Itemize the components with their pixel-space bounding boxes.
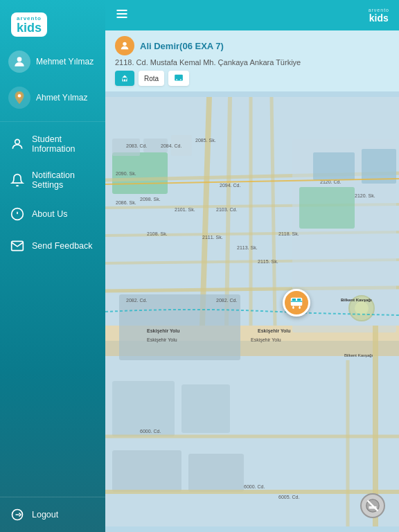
svg-rect-81 — [297, 299, 301, 301]
sidebar-logo-area: arvento kids — [0, 0, 105, 45]
svg-rect-80 — [292, 299, 296, 301]
bus-button[interactable] — [168, 71, 189, 86]
svg-point-14 — [180, 79, 181, 80]
nav-label-notification-settings: Notification Settings — [32, 170, 96, 190]
nav-item-student-information[interactable]: Student Information — [0, 126, 105, 162]
svg-text:6000. Cd.: 6000. Cd. — [244, 484, 265, 489]
svg-point-0 — [17, 57, 22, 62]
logo-box: arvento kids — [11, 12, 47, 37]
topbar-kids-text: kids — [369, 12, 389, 24]
svg-text:2084. Cd.: 2084. Cd. — [161, 143, 181, 148]
svg-text:2120. Sk.: 2120. Sk. — [355, 193, 375, 198]
svg-text:2082. Cd.: 2082. Cd. — [126, 298, 147, 303]
topbar-logo: arvento kids — [369, 8, 389, 24]
svg-rect-35 — [112, 450, 181, 492]
logo-kids-text: kids — [17, 21, 42, 34]
main-content: arvento kids Ali Demir(06 EXA 7) 2118. C… — [105, 0, 399, 532]
logout-icon — [10, 507, 25, 522]
student-user-row[interactable]: Ahmet Yılmaz — [0, 81, 105, 114]
svg-text:Eskişehir Yolu: Eskişehir Yolu — [251, 337, 281, 343]
topbar: arvento kids — [105, 0, 399, 30]
menu-icon[interactable] — [115, 7, 129, 24]
svg-rect-31 — [119, 294, 240, 360]
svg-text:6005. Cd.: 6005. Cd. — [278, 495, 299, 499]
student-name-row: Ali Demir(06 EXA 7) — [115, 36, 389, 55]
location-pin-icon — [12, 90, 27, 105]
route-button-label: Rota — [144, 75, 159, 82]
svg-text:2101. Sk.: 2101. Sk. — [175, 207, 195, 212]
nav-label-send-feedback: Send Feedback — [32, 241, 93, 251]
svg-text:2111. Sk.: 2111. Sk. — [202, 235, 223, 240]
svg-rect-36 — [188, 454, 244, 492]
svg-text:2085. Sk.: 2085. Sk. — [195, 138, 216, 143]
svg-rect-12 — [175, 75, 183, 81]
notification-settings-icon — [10, 172, 25, 188]
parent-avatar-icon — [12, 55, 26, 69]
svg-rect-32 — [112, 381, 175, 436]
parent-name: Mehmet Yılmaz — [36, 57, 94, 66]
nav-item-about-us[interactable]: About Us — [0, 198, 105, 230]
parent-avatar — [8, 51, 30, 73]
svg-rect-33 — [181, 384, 230, 433]
bus-icon — [174, 73, 184, 83]
svg-text:2082. Cd.: 2082. Cd. — [216, 298, 237, 303]
svg-text:6000. Cd.: 6000. Cd. — [140, 429, 161, 434]
svg-point-3 — [15, 139, 20, 144]
svg-text:2108. Sk.: 2108. Sk. — [147, 231, 168, 236]
student-name-sidebar: Ahmet Yılmaz — [36, 93, 87, 103]
home-button[interactable] — [115, 71, 134, 86]
nav-label-student-information: Student Information — [32, 134, 96, 154]
svg-text:2090. Sk.: 2090. Sk. — [116, 171, 136, 176]
student-full-name: Ali Demir(06 EXA 7) — [140, 41, 224, 51]
svg-text:2094. Cd.: 2094. Cd. — [220, 183, 240, 188]
student-pin-avatar — [8, 87, 30, 109]
map-container[interactable]: 2083. Cd. 2084. Cd. 2085. Sk. 2094. Cd. … — [105, 91, 399, 532]
topbar-arvento-text: arvento — [369, 8, 389, 12]
svg-text:Eskişehir Yolu: Eskişehir Yolu — [147, 337, 177, 343]
svg-text:2113. Sk.: 2113. Sk. — [237, 245, 258, 250]
home-icon — [121, 74, 129, 82]
no-smoking-marker — [360, 493, 385, 518]
svg-point-2 — [18, 94, 21, 98]
nav-item-notification-settings[interactable]: Notification Settings — [0, 162, 105, 198]
svg-rect-38 — [313, 152, 355, 180]
route-button[interactable]: Rota — [139, 71, 164, 86]
divider-1 — [0, 121, 105, 122]
student-avatar — [115, 36, 134, 55]
svg-text:Bilkent Kavşağı: Bilkent Kavşağı — [344, 353, 373, 357]
student-avatar-icon — [119, 40, 130, 51]
svg-point-11 — [123, 42, 126, 46]
action-buttons-row: Rota — [115, 71, 389, 86]
logout-label: Logout — [32, 510, 58, 520]
svg-point-42 — [355, 301, 369, 315]
svg-rect-40 — [299, 187, 355, 229]
student-address: 2118. Cd. Mustafa Kemal Mh. Çankaya Anka… — [115, 58, 389, 66]
map-background: 2083. Cd. 2084. Cd. 2085. Sk. 2094. Cd. … — [105, 91, 399, 532]
sidebar-nav: Student Information Notification Setting… — [0, 123, 105, 497]
bus-marker-icon — [289, 295, 304, 310]
nav-label-about-us: About Us — [32, 209, 67, 219]
logout-button[interactable]: Logout — [0, 497, 105, 532]
map-svg: 2083. Cd. 2084. Cd. 2085. Sk. 2094. Cd. … — [105, 91, 399, 532]
info-bar: Ali Demir(06 EXA 7) 2118. Cd. Mustafa Ke… — [105, 30, 399, 91]
svg-text:2115. Sk.: 2115. Sk. — [258, 259, 278, 264]
svg-text:Bilkent Kavşağı: Bilkent Kavşağı — [341, 298, 372, 302]
no-smoking-icon — [365, 498, 380, 513]
student-information-icon — [10, 136, 25, 152]
svg-text:2098. Sk.: 2098. Sk. — [140, 197, 161, 202]
svg-text:2083. Cd.: 2083. Cd. — [126, 143, 147, 148]
parent-user-row[interactable]: Mehmet Yılmaz — [0, 45, 105, 78]
sidebar: arvento kids Mehmet Yılmaz Ahmet Yılmaz — [0, 0, 105, 532]
svg-point-13 — [176, 79, 177, 80]
svg-text:2118. Sk.: 2118. Sk. — [278, 231, 299, 236]
nav-item-send-feedback[interactable]: Send Feedback — [0, 230, 105, 262]
about-us-icon — [10, 206, 25, 222]
send-feedback-icon — [10, 238, 25, 254]
svg-text:Eskişehir Yolu: Eskişehir Yolu — [147, 328, 180, 334]
svg-text:2086. Sk.: 2086. Sk. — [116, 200, 136, 205]
bus-location-marker — [283, 289, 310, 317]
svg-text:Eskişehir Yolu: Eskişehir Yolu — [258, 328, 291, 334]
svg-text:2103. Cd.: 2103. Cd. — [216, 207, 237, 212]
